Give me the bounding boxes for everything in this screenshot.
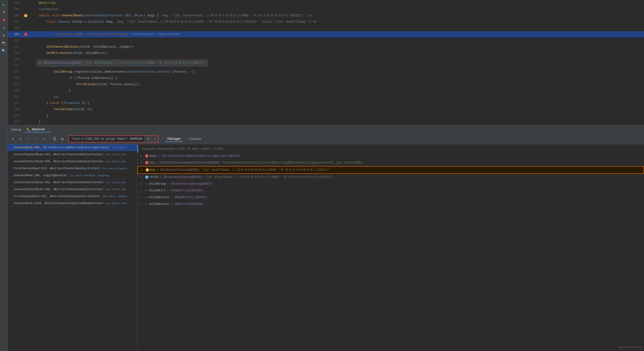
run-to-cursor-btn[interactable]: → bbox=[33, 136, 40, 142]
var-val-msg: {NioSocketChannel@1591} bbox=[160, 167, 200, 173]
step-over-btn[interactable]: ⬇ bbox=[10, 136, 16, 142]
step-out-btn[interactable]: ↑ bbox=[25, 136, 32, 142]
watermark: @稻土报金技术社区 bbox=[618, 345, 642, 349]
stack-text-3: fireChannelRead:412, AbstractChannelHand… bbox=[14, 167, 127, 170]
thread-filter-btn[interactable]: ⊟ bbox=[145, 136, 152, 142]
var-val-childhandler: {MyServer$1@1008} bbox=[174, 201, 203, 207]
var-name-childoptions: childOptions bbox=[149, 195, 170, 200]
var-val-this: {ServerBootstrap$ServerBootstrapAcceptor… bbox=[161, 153, 240, 159]
thread-selector: "boss-1-1"@1,254 in group "main": RUNNIN… bbox=[68, 135, 158, 143]
var-childoptions[interactable]: ∞ childOptions = {Map$Entry[1]@1593} bbox=[138, 194, 644, 201]
debug-tab-myserver[interactable]: 🐛 MyServer × bbox=[24, 126, 51, 132]
var-str-child: "[id: 0xab7fabad, L:/0:0:0:0:0:0:0:0:1:8… bbox=[204, 175, 332, 180]
var-childattrs[interactable]: ∞ childAttrs = {Map$Entry[0]@1594} bbox=[138, 187, 644, 194]
resume-icon[interactable]: ▶ bbox=[1, 2, 6, 7]
rerun-icon[interactable]: ↺ bbox=[1, 25, 6, 30]
var-icon-childgroup: ∞ bbox=[145, 181, 147, 187]
stack-item-4[interactable]: channelRead:280, LoggingHandler (io.nett… bbox=[8, 172, 137, 179]
var-expand-childattrs[interactable] bbox=[140, 188, 144, 193]
debug-tab-close[interactable]: × bbox=[48, 127, 50, 131]
layout-btn[interactable]: ⊞ bbox=[59, 136, 66, 142]
var-name-ctx: ctx bbox=[150, 160, 155, 165]
stack-item-0[interactable]: channelRead:209, ServerBootstrap$ServerB… bbox=[8, 144, 137, 151]
line-num-223: 223 bbox=[8, 102, 22, 105]
eval-area[interactable]: Evaluate expression (⌥F8) or add a watch… bbox=[138, 145, 644, 153]
code-content-226: } bbox=[29, 119, 644, 125]
breakpoint-206[interactable] bbox=[24, 14, 28, 17]
var-msg[interactable]: f msg = {NioSocketChannel@1591} "[id: 0x… bbox=[138, 166, 644, 174]
thread-dropdown-btn[interactable]: ▾ bbox=[152, 136, 158, 142]
var-name-childhandler: childHandler bbox=[149, 201, 170, 207]
stack-item-1[interactable]: invokeChannelRead:444, AbstractChannelHa… bbox=[8, 151, 137, 158]
frames-btn[interactable]: ☰ bbox=[51, 136, 58, 142]
var-val-child: {NioSocketChannel@1591} bbox=[163, 175, 202, 180]
camera-icon[interactable]: 📷 bbox=[1, 40, 6, 46]
stack-item-7[interactable]: fireChannelRead:412, AbstractChannelHand… bbox=[8, 193, 137, 200]
search-icon[interactable]: 🔍 bbox=[1, 48, 6, 53]
var-expand-childoptions[interactable] bbox=[140, 195, 144, 200]
var-expand-childgroup[interactable] bbox=[140, 181, 144, 187]
debug-tab-name: MyServer bbox=[32, 127, 45, 131]
code-line-225: 225 } bbox=[8, 113, 644, 119]
code-line-212: 212 setAttributes(child, childAttrs); bbox=[8, 50, 644, 56]
var-name-childgroup: childGroup bbox=[149, 181, 166, 187]
var-icon-msg: f bbox=[146, 168, 149, 172]
breakpoint-209[interactable] bbox=[24, 33, 28, 36]
stack-text-1: invokeChannelRead:444, AbstractChannelHa… bbox=[14, 153, 126, 156]
stack-text-2: invokeChannelRead:420, AbstractChannelHa… bbox=[14, 160, 126, 163]
stack-item-3[interactable]: fireChannelRead:412, AbstractChannelHand… bbox=[8, 165, 137, 172]
stack-method-0: channelRead:209, bbox=[14, 146, 41, 149]
var-child[interactable]: f child = {NioSocketChannel@1591} "[id: … bbox=[138, 174, 644, 181]
arrow-215: ↑ bbox=[25, 71, 26, 73]
var-icon-childoptions: ∞ bbox=[145, 195, 147, 200]
var-expand-this[interactable] bbox=[140, 153, 144, 159]
tooltip-plus-icon: + bbox=[39, 61, 41, 65]
line-num-224: 224 bbox=[8, 108, 22, 111]
line-num-209: 209 bbox=[8, 33, 22, 36]
var-this[interactable]: f this = {ServerBootstrap$ServerBootstra… bbox=[138, 153, 644, 159]
line-num-208: 208 bbox=[8, 27, 22, 30]
var-eq-this: = bbox=[158, 153, 160, 159]
var-expand-child[interactable] bbox=[140, 175, 144, 180]
line-num-212: 212 bbox=[8, 52, 22, 55]
line-num-213: 213 bbox=[8, 58, 22, 61]
code-content-204: @Override bbox=[29, 0, 644, 6]
var-childhandler[interactable]: ∞ childHandler = {MyServer$1@1008} bbox=[138, 201, 644, 207]
code-line-224: 224 forceClose(child, t); bbox=[8, 106, 644, 113]
stack-item-6[interactable]: invokeChannelRead:420, AbstractChannelHa… bbox=[8, 186, 137, 193]
code-line-221: 221 }); bbox=[8, 94, 644, 100]
settings-icon[interactable]: ⚙ bbox=[1, 33, 6, 38]
debug-bottom-content: channelRead:209, ServerBootstrap$ServerB… bbox=[8, 144, 644, 351]
code-content-212: setAttributes(child, childAttrs); bbox=[29, 50, 644, 56]
debug-tooltip: + {NioSocketChannel@1591} "[id: 0xab7fab… bbox=[36, 60, 208, 66]
evaluate-btn[interactable]: ↗ bbox=[40, 136, 47, 142]
pause-icon[interactable]: ⏸ bbox=[1, 10, 6, 15]
code-content-218: if (!future.isSuccess()) { bbox=[29, 75, 644, 81]
stack-pkg-0: (io.netty. bbox=[112, 146, 128, 149]
tab-console[interactable]: ⬛ Console bbox=[183, 136, 203, 142]
var-eq-childgroup: = bbox=[168, 181, 169, 187]
stop-icon[interactable]: ⏹ bbox=[1, 17, 6, 23]
code-line-207: 207 final Channel child = (Channel) msg;… bbox=[8, 19, 644, 25]
var-eq-childattrs: = bbox=[168, 188, 169, 193]
stack-text-6: invokeChannelRead:420, AbstractChannelHa… bbox=[14, 188, 126, 191]
stack-text-8: channelRead:1410, DefaultChannelPipeline… bbox=[14, 202, 127, 205]
step-into-btn[interactable]: ⬆ bbox=[17, 136, 24, 142]
var-expand-msg[interactable] bbox=[141, 167, 145, 173]
debug-tab-icon: 🐛 bbox=[26, 127, 30, 131]
var-expand-childhandler[interactable] bbox=[140, 201, 144, 207]
tab-debugger[interactable]: Debugger bbox=[165, 136, 183, 142]
var-eq-childoptions: = bbox=[171, 195, 172, 200]
stack-item-8[interactable]: channelRead:1410, DefaultChannelPipeline… bbox=[8, 200, 137, 207]
tooltip-obj: {NioSocketChannel@1591} bbox=[42, 61, 82, 65]
stack-item-5[interactable]: invokeChannelRead:442, AbstractChannelHa… bbox=[8, 179, 137, 186]
var-expand-ctx[interactable] bbox=[140, 160, 144, 165]
var-childgroup[interactable]: ∞ childGroup = {NioEventLoopGroup@1007} bbox=[138, 181, 644, 187]
line-num-218: 218 bbox=[8, 77, 22, 80]
gutter-206 bbox=[22, 14, 29, 17]
var-ctx[interactable]: f ctx = {DefaultChannelHandlerContext@15… bbox=[138, 159, 644, 166]
code-line-209: 209 → :0:0:0:0:0:1:8888 - R:/0:0:0:0:0:0… bbox=[8, 31, 644, 38]
line-num-207: 207 bbox=[8, 20, 22, 24]
stack-item-2[interactable]: invokeChannelRead:420, AbstractChannelHa… bbox=[8, 158, 137, 165]
var-name-childattrs: childAttrs bbox=[149, 188, 166, 193]
